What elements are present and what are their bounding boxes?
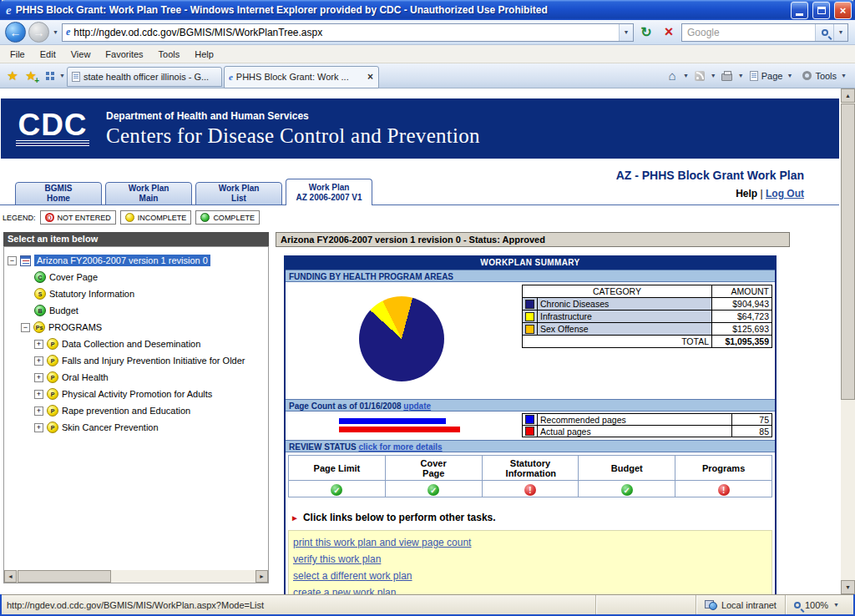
menu-favorites[interactable]: Favorites [98,48,150,61]
collapse-icon[interactable]: − [8,256,17,265]
help-link[interactable]: Help [736,188,757,199]
tab-bgmis-home[interactable]: BGMISHome [15,182,102,205]
back-button[interactable]: ← [5,22,26,43]
home-dropdown-icon[interactable]: ▼ [682,73,690,78]
expand-icon[interactable]: + [34,373,43,382]
create-workplan-link[interactable]: create a new work plan [293,587,396,594]
scrollbar-thumb[interactable] [841,104,855,400]
expand-icon[interactable]: + [34,406,43,416]
review-details-link[interactable]: click for more details [359,442,443,452]
feeds-dropdown-icon[interactable]: ▼ [710,73,717,78]
refresh-button[interactable]: ↻ [636,23,656,43]
expand-icon[interactable]: + [34,356,43,366]
page-vertical-scrollbar[interactable]: ▲ ▼ [841,88,855,594]
tree-item-physical-activity[interactable]: + P Physical Activity Promotion for Adul… [4,386,268,402]
stop-button[interactable]: × [659,23,679,43]
maximize-button[interactable] [812,2,830,19]
summary-title-bar: WORKPLAN SUMMARY [286,257,775,270]
forward-button[interactable]: → [28,22,49,43]
maximize-icon [817,7,826,14]
print-button[interactable] [718,66,736,86]
tab-close-icon[interactable]: × [367,71,374,83]
zoom-control[interactable]: 100% ▼ [785,595,848,614]
scroll-down-icon[interactable]: ▼ [841,580,855,594]
page-count-bar-chart [339,418,460,432]
scrollbar-thumb[interactable] [18,570,111,583]
zoom-icon [794,602,801,608]
quick-tabs-button[interactable] [40,66,58,86]
not-entered-icon: Q [45,213,54,222]
verify-workplan-link[interactable]: verify this work plan [293,553,381,565]
logout-link[interactable]: Log Out [766,188,804,199]
scroll-left-icon[interactable]: ◄ [4,570,17,583]
history-dropdown-icon[interactable]: ▼ [52,29,59,35]
tree-item-rape-prevention[interactable]: + P Rape prevention and Education [4,402,268,419]
quick-tabs-grid-icon [46,72,49,75]
tree-item-skin-cancer[interactable]: + P Skin Cancer Prevention [4,419,268,436]
menu-tools[interactable]: Tools [151,48,188,61]
address-bar[interactable]: e ▼ [62,23,634,42]
status-link-url: http://ngdev.od.cdc.gov/BGMIS/MIS/WorkPl… [7,600,595,610]
browser-tab-inactive[interactable]: state health officer illinois - G... [67,67,222,87]
sex-offense-swatch [525,325,534,334]
menu-view[interactable]: View [63,48,99,61]
minimize-button[interactable] [791,2,808,19]
tools-menu-button[interactable]: Tools▼ [798,68,852,83]
update-link[interactable]: update [403,401,431,411]
infrastructure-swatch [525,312,534,321]
tree-item-programs[interactable]: − Ps PROGRAMS [4,319,268,336]
status-badge-icon: P [47,388,58,400]
legend-incomplete: INCOMPLETE [120,210,192,225]
search-box[interactable]: ▼ [681,23,848,42]
status-badge-icon: P [47,338,58,350]
legend-label: LEGEND: [3,214,36,222]
tree-item-oral-health[interactable]: + P Oral Health [4,369,268,386]
tree-root-row[interactable]: − Arizona FY2006-2007 version 1 revision… [4,252,268,269]
menu-file[interactable]: File [3,48,33,61]
search-input[interactable] [687,27,815,38]
cdc-logo: CDC [16,110,89,148]
tree-item-statutory-information[interactable]: S Statutory Information [4,285,268,302]
address-dropdown-icon[interactable]: ▼ [619,24,633,41]
browser-tab-active[interactable]: e PHHS Block Grant: Work ... × [224,66,379,88]
tree-item-cover-page[interactable]: C Cover Page [4,269,268,285]
tree-item-falls-injury[interactable]: + P Falls and Injury Prevention Initiati… [4,352,268,369]
tab-favicon-icon [72,72,80,82]
print-workplan-link[interactable]: print this work plan and view page count [293,537,471,548]
scroll-up-icon[interactable]: ▲ [841,88,855,103]
expand-icon[interactable]: + [34,340,43,349]
expand-icon[interactable]: + [34,423,43,432]
tree-root-label[interactable]: Arizona FY2006-2007 version 1 revision 0 [34,255,210,266]
address-input[interactable] [73,27,619,38]
search-dropdown-icon[interactable]: ▼ [833,24,847,41]
tree-item-budget[interactable]: B Budget [4,302,268,319]
menu-help[interactable]: Help [187,48,221,61]
menu-bar: File Edit View Favorites Tools Help [0,45,855,63]
tab-workplan-list[interactable]: Work PlanList [195,182,282,205]
banner-text: Department of Health and Human Services … [106,110,480,148]
scroll-right-icon[interactable]: ► [255,570,268,583]
check-icon: ✓ [428,484,439,496]
select-workplan-link[interactable]: select a different work plan [293,570,412,582]
tab-list-dropdown-icon[interactable]: ▼ [58,73,66,78]
page-menu-button[interactable]: Page▼ [746,68,798,83]
ie-logo-icon: e [6,3,12,18]
favorites-center-button[interactable]: ★ [3,66,22,86]
collapse-icon[interactable]: − [21,323,30,332]
close-button[interactable]: × [834,2,852,19]
feeds-button[interactable] [691,66,709,86]
window-titlebar[interactable]: e PHHS Block Grant: Work Plan Tree - Win… [0,0,855,20]
zoom-dropdown-icon[interactable]: ▼ [832,602,840,608]
tree-horizontal-scrollbar[interactable]: ◄ ► [4,570,268,583]
tab-workplan-az-active[interactable]: Work PlanAZ 2006-2007 V1 [286,179,372,205]
tab-workplan-main[interactable]: Work PlanMain [105,182,192,205]
print-dropdown-icon[interactable]: ▼ [737,73,745,78]
tree-item-data-collection[interactable]: + P Data Collection and Desemination [4,336,268,352]
menu-edit[interactable]: Edit [33,48,63,61]
incomplete-icon [125,213,134,222]
home-button[interactable]: ⌂ [663,66,681,86]
expand-icon[interactable]: + [34,390,43,399]
search-icon[interactable] [815,24,833,41]
add-favorite-button[interactable]: ★+ [22,66,40,86]
status-badge-icon: Ps [33,321,45,333]
